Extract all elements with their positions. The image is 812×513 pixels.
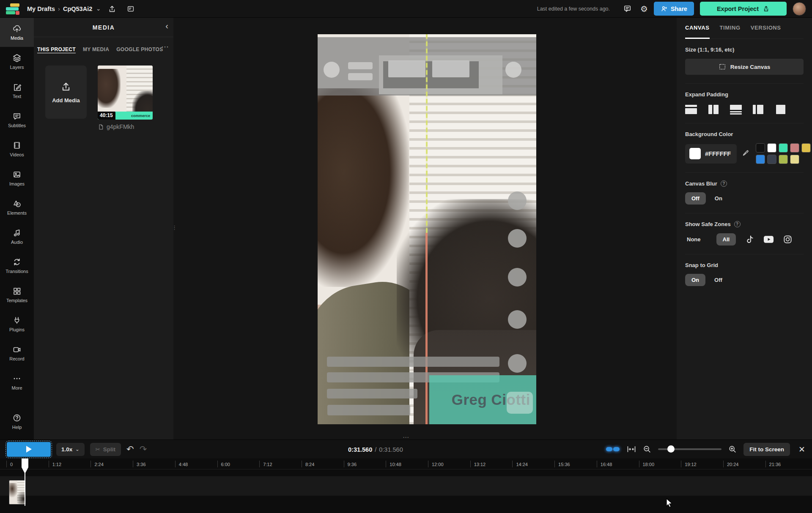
padding-bottom-option[interactable]	[730, 104, 742, 115]
breadcrumb: My Drafts › CpQ53Ai2 ⌄	[27, 5, 101, 12]
resize-canvas-button[interactable]: Resize Canvas	[685, 59, 804, 75]
eyedropper-icon[interactable]	[742, 149, 750, 158]
snap-to-grid-toggle[interactable]: On	[685, 274, 705, 286]
panel-resize-handle[interactable]: ⋮	[172, 226, 174, 237]
panel-tab-timing[interactable]: TIMING	[720, 18, 741, 39]
panel-tab-versions[interactable]: VERSIONS	[751, 18, 781, 39]
redo-icon[interactable]: ↷	[140, 444, 147, 454]
panel-menu-icon[interactable]: ⋯	[161, 42, 169, 52]
instagram-icon[interactable]	[783, 235, 792, 244]
breadcrumb-project[interactable]: CpQ53Ai2	[63, 5, 92, 12]
media-panel-title: MEDIA	[93, 24, 115, 31]
padding-all-option[interactable]	[775, 104, 787, 115]
smart-tools-icon[interactable]	[606, 445, 620, 453]
sidebar-item-media[interactable]: Media	[0, 18, 34, 47]
color-swatch[interactable]	[767, 155, 776, 164]
snap-to-grid-label: Snap to Grid	[685, 262, 804, 268]
help-icon[interactable]: ?	[734, 221, 741, 227]
sidebar-item-record[interactable]: Record	[0, 338, 34, 368]
youtube-icon[interactable]	[763, 235, 774, 243]
sidebar-item-icon	[12, 228, 22, 237]
sidebar-item-more[interactable]: More	[0, 368, 34, 397]
sidebar-item-layers[interactable]: Layers	[0, 47, 34, 76]
comments-icon[interactable]	[620, 3, 634, 15]
video-canvas[interactable]: Greg Ciotti	[318, 34, 536, 424]
sidebar-item-audio[interactable]: Audio	[0, 222, 34, 251]
play-button[interactable]	[7, 442, 51, 457]
panel-tab-canvas[interactable]: CANVAS	[685, 18, 710, 39]
undo-icon[interactable]: ↶	[126, 444, 134, 454]
zoom-in-icon[interactable]	[728, 445, 737, 453]
media-clip-card[interactable]: commerce 40:15 g4pkFMkh	[98, 65, 153, 130]
sidebar-item-transitions[interactable]: Transitions	[0, 251, 34, 280]
color-swatch[interactable]	[790, 143, 799, 153]
media-tab-this-project[interactable]: THIS PROJECT	[37, 46, 76, 55]
sidebar-item-icon	[12, 345, 22, 354]
color-swatch[interactable]	[756, 143, 765, 153]
help-icon[interactable]: ?	[721, 180, 727, 187]
color-swatch[interactable]	[790, 155, 799, 164]
sidebar-item-videos[interactable]: Videos	[0, 134, 34, 164]
clip-thumbnail[interactable]: commerce 40:15	[98, 65, 153, 120]
safe-zone-none-option[interactable]: None	[685, 233, 707, 246]
timeline: 0 1:12 2:24 3:36 4:48	[0, 458, 812, 513]
safe-zone-action-circle	[508, 268, 527, 287]
breadcrumb-folder[interactable]: My Drafts	[27, 5, 55, 12]
upload-icon[interactable]	[105, 3, 119, 15]
timeline-zoom-slider[interactable]	[658, 448, 721, 450]
sidebar-item-elements[interactable]: Elements	[0, 193, 34, 222]
padding-sides-option[interactable]	[708, 104, 719, 115]
padding-left-right-option[interactable]	[752, 104, 764, 115]
canvas-blur-toggle[interactable]: On	[708, 192, 729, 205]
sidebar-item-templates[interactable]: Templates	[0, 280, 34, 309]
media-tab-google-photos[interactable]: GOOGLE PHOTOS	[116, 46, 163, 55]
color-swatch[interactable]	[779, 143, 788, 153]
share-button[interactable]: Share	[654, 2, 694, 16]
close-icon[interactable]: ✕	[798, 445, 805, 454]
timeline-clip-thumbnail[interactable]	[9, 480, 26, 505]
user-avatar[interactable]	[793, 2, 806, 16]
total-time: 0:31.560	[379, 446, 403, 453]
fit-clip-icon[interactable]	[627, 445, 636, 453]
sidebar-item-help[interactable]: Help	[0, 407, 34, 436]
kapwing-logo[interactable]	[6, 3, 21, 15]
background-color-input[interactable]: #FFFFFF	[685, 144, 737, 164]
sidebar-item-plugins[interactable]: Plugins	[0, 309, 34, 338]
playhead-marker[interactable]	[22, 458, 28, 474]
color-swatch[interactable]	[767, 143, 776, 153]
timeline-ruler[interactable]: 0 1:12 2:24 3:36 4:48	[0, 458, 812, 469]
timeline-tick: 10:48	[390, 460, 401, 468]
timeline-tick: 9:36	[348, 460, 357, 468]
safe-zone-all-option[interactable]: All	[716, 233, 736, 246]
gear-icon[interactable]: ⚙	[640, 4, 648, 14]
tiktok-icon[interactable]	[745, 235, 754, 244]
sidebar-item-text[interactable]: Text	[0, 76, 34, 105]
color-swatch[interactable]	[779, 155, 788, 164]
canvas-blur-toggle[interactable]: Off	[685, 192, 706, 205]
padding-top-option[interactable]	[685, 104, 697, 115]
collapse-panel-icon[interactable]: ‹	[165, 21, 168, 31]
split-label: Split	[103, 446, 115, 453]
snap-to-grid-toggle[interactable]: Off	[708, 274, 729, 286]
color-swatch[interactable]	[756, 155, 765, 164]
fit-to-screen-button[interactable]: Fit to Screen	[743, 443, 790, 456]
chevron-down-icon[interactable]: ⌄	[96, 5, 101, 12]
zoom-out-icon[interactable]	[643, 445, 651, 453]
chevron-down-icon: ⌄	[75, 447, 79, 452]
split-button[interactable]: ✂ Split	[90, 443, 121, 456]
canvas-blur-label: Canvas Blur	[685, 180, 717, 187]
color-swatch[interactable]	[801, 143, 811, 153]
timeline-track[interactable]	[0, 476, 812, 496]
project-settings-icon[interactable]	[123, 3, 138, 15]
export-project-button[interactable]: Export Project	[700, 2, 787, 16]
sidebar-item-icon	[12, 257, 22, 267]
add-media-button[interactable]: Add Media	[45, 65, 87, 119]
subtitle-element[interactable]: Greg Ciotti	[429, 375, 536, 424]
playback-speed-button[interactable]: 1.0x ⌄	[56, 443, 85, 456]
media-tab-my-media[interactable]: MY MEDIA	[83, 46, 109, 55]
sidebar-item-subtitles[interactable]: Subtitles	[0, 105, 34, 134]
timeline-tick: 13:12	[474, 460, 486, 468]
sidebar-item-images[interactable]: Images	[0, 164, 34, 193]
slider-knob[interactable]	[667, 445, 675, 453]
safe-zone-pill	[348, 62, 373, 69]
